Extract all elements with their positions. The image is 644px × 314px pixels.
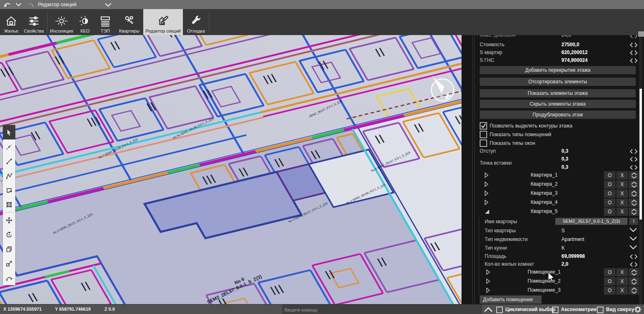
delete-apartment-button[interactable]: X (616, 180, 628, 189)
expander-collapsed-icon[interactable] (485, 172, 489, 178)
delete-room-button[interactable]: X (616, 286, 628, 295)
checkbox-top-view[interactable] (597, 307, 604, 313)
checkbox-cyclic-selection[interactable] (496, 307, 503, 313)
reorder-icon (631, 190, 637, 197)
spinner-icon[interactable] (630, 58, 637, 63)
focus-room-button[interactable]: O (604, 277, 616, 286)
apartment-name-field[interactable]: SEM2_2EL57_9.0-1_S_Z(3) (555, 218, 627, 225)
expander-expanded-icon[interactable] (485, 209, 490, 214)
delete-room-button[interactable]: X (616, 268, 628, 276)
expander-collapsed-icon[interactable] (486, 269, 490, 275)
reorder-apartment-control[interactable] (628, 208, 639, 216)
checkbox-show-room-types[interactable] (480, 131, 487, 138)
spinner-icon[interactable] (630, 254, 637, 259)
contour-tool[interactable] (3, 183, 15, 197)
reorder-apartment-control[interactable] (628, 180, 639, 189)
polyline-icon (5, 172, 13, 179)
delete-apartment-button[interactable]: X (616, 198, 628, 207)
apartment-name-warning-button[interactable]: ! (629, 218, 638, 225)
delete-apartment-button[interactable]: X (616, 189, 628, 198)
focus-apartment-button[interactable]: O (604, 180, 616, 189)
command-input[interactable] (282, 305, 485, 314)
toolbar-item-zhilye[interactable]: Жилье (2, 9, 21, 35)
undo-icon[interactable] (3, 1, 12, 8)
reorder-apartment-control[interactable] (628, 198, 639, 207)
move-tool[interactable] (3, 213, 15, 227)
floor-plan: No 6 SEM2_2EL57_9.0-1_S_Z(3) No 4 SEM2_2… (0, 35, 462, 304)
construction-line-tool[interactable] (3, 139, 15, 154)
spinner-icon[interactable] (630, 35, 637, 38)
dropdown-chevron-icon[interactable] (629, 245, 637, 250)
spinner-icon[interactable] (630, 157, 637, 162)
panel-scroll-cap[interactable] (638, 31, 644, 37)
spinner-icon[interactable] (630, 262, 637, 267)
dropdown-chevron-icon[interactable] (629, 227, 637, 233)
line-tool[interactable] (3, 154, 15, 168)
focus-apartment-button[interactable]: O (604, 208, 616, 216)
focus-room-button[interactable]: O (604, 268, 616, 276)
spinner-icon[interactable] (630, 165, 637, 170)
spinner-icon[interactable] (630, 42, 637, 47)
toolbar-item-otladka[interactable]: Отладка (184, 9, 208, 35)
rotate-tool[interactable] (3, 227, 15, 242)
toolbar-item-tep[interactable]: ТЭП (96, 9, 115, 35)
rotate-icon (5, 231, 13, 238)
select-tool[interactable] (3, 125, 15, 139)
scale-tool[interactable] (3, 256, 15, 271)
reorder-room-control[interactable] (628, 268, 639, 276)
sort-elements-button[interactable]: Отсортировать элементы (480, 78, 636, 86)
expander-collapsed-icon[interactable] (485, 191, 489, 196)
add-storey-slab-button[interactable]: Добавить перекрытие этажа (480, 66, 636, 74)
spinner-icon[interactable] (630, 50, 637, 55)
hide-storey-elements-button[interactable]: Скрыть элементы этажа (480, 100, 636, 108)
duplicate-storey-button[interactable]: Продублировать этаж (480, 111, 636, 119)
gear-icon[interactable] (634, 306, 642, 313)
delete-apartment-button[interactable]: X (616, 171, 628, 179)
cursor-icon (5, 129, 13, 136)
arc-tool[interactable] (3, 271, 15, 285)
delete-apartment-button[interactable]: X (616, 208, 628, 216)
dropdown-chevron-icon[interactable] (629, 236, 637, 241)
focus-apartment-button[interactable]: O (604, 198, 616, 207)
expand-panel-icon[interactable] (484, 307, 493, 312)
expander-collapsed-icon[interactable] (485, 182, 489, 187)
toolbar-item-keo[interactable]: КЕО (76, 9, 94, 35)
polyline-tool[interactable] (3, 168, 15, 183)
reorder-room-control[interactable] (628, 286, 639, 295)
redo-icon[interactable] (26, 1, 35, 8)
document-title: Редактор секций (38, 2, 76, 7)
delete-room-button[interactable]: X (616, 277, 628, 286)
copy-tool[interactable] (3, 242, 15, 256)
undo-dropdown-icon[interactable] (15, 1, 22, 8)
toolbar-item-svoystva[interactable]: Свойства (21, 9, 46, 35)
toolbar-item-insolyatsiya[interactable]: Инсоляция (49, 9, 74, 35)
hatch-region-tool[interactable] (3, 197, 15, 212)
expander-collapsed-icon[interactable] (485, 200, 489, 205)
half-sun-icon (79, 15, 91, 27)
expander-collapsed-icon[interactable] (486, 279, 490, 284)
focus-room-button[interactable]: O (604, 286, 616, 295)
checkbox-show-window-types[interactable] (480, 139, 487, 147)
toolbar-separator (47, 12, 47, 33)
show-storey-elements-button[interactable]: Показать элементы этажа (480, 89, 636, 97)
toolbar-item-redaktor-sektsiy[interactable]: Редактор секций (143, 9, 183, 35)
line-icon (5, 158, 13, 165)
add-room-button[interactable]: Добавить помещение (480, 295, 542, 304)
checkbox-allow-contours[interactable] (480, 122, 487, 130)
panel-scrollbar-thumb[interactable] (639, 89, 642, 220)
reorder-room-control[interactable] (628, 277, 639, 286)
reorder-apartment-control[interactable] (628, 189, 639, 198)
spinner-icon[interactable] (630, 149, 637, 154)
coordinate-x: X 1359674.555971 (3, 307, 42, 312)
toolbar-item-kvartiry[interactable]: Квартиры (116, 9, 142, 35)
focus-apartment-button[interactable]: O (604, 171, 616, 179)
checkbox-axonometry[interactable] (552, 307, 559, 313)
title-dropdown-icon[interactable] (104, 1, 112, 8)
palette-separator (4, 212, 14, 212)
drawing-canvas[interactable]: No 6 SEM2_2EL57_9.0-1_S_Z(3) No 4 SEM2_2… (0, 35, 462, 304)
reorder-apartment-control[interactable] (628, 171, 639, 179)
focus-apartment-button[interactable]: O (604, 189, 616, 198)
main-toolbar: Жилье Свойства Инсоляция (0, 9, 644, 35)
reorder-icon (631, 172, 637, 179)
expander-collapsed-icon[interactable] (486, 288, 490, 293)
